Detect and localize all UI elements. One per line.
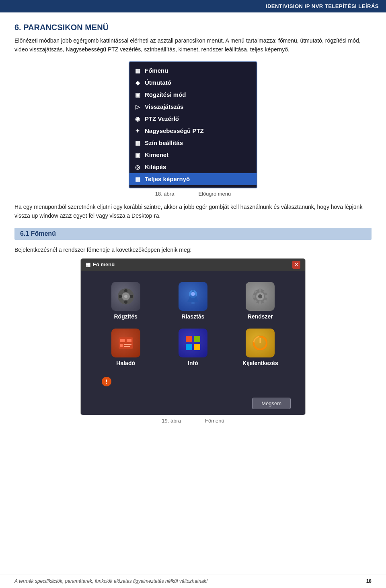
page-header: IDENTIVISION IP NVR TELEPÍTÉSI LEÍRÁS [0, 0, 386, 12]
dialog-body: Rögzítés Riasztás [81, 271, 305, 398]
menu-item-halado[interactable]: Haladó [95, 329, 156, 366]
visszajatszas-icon: ▷ [133, 103, 142, 111]
svg-rect-25 [120, 344, 123, 347]
main-menu-image-area: ▦ Fő menü ✕ [14, 258, 372, 424]
warning-icon-row: ! [95, 374, 291, 391]
context-menu-item-teljes: ▦ Teljes képernyő [129, 173, 257, 185]
nagysebessegu-label: Nagysebességű PTZ [145, 127, 204, 134]
rogzitesi-icon: ▣ [133, 91, 142, 99]
svg-rect-24 [127, 339, 131, 342]
svg-rect-31 [194, 344, 200, 350]
svg-point-6 [124, 295, 127, 298]
dialog-close-button[interactable]: ✕ [292, 261, 300, 269]
svg-rect-17 [265, 295, 268, 298]
kijelentkez-label: Kijelentkezés [242, 360, 278, 366]
rendszer-icon [246, 282, 275, 311]
fomenu-icon: ▦ [133, 67, 142, 75]
rogzites-label: Rögzítés [114, 313, 137, 320]
svg-rect-23 [120, 339, 125, 342]
riasztas-label: Riasztás [182, 313, 205, 320]
menu-item-info[interactable]: Infó [162, 329, 223, 366]
svg-point-5 [130, 295, 133, 298]
warning-icon: ! [102, 377, 111, 386]
cancel-button[interactable]: Mégsem [252, 398, 291, 409]
context-menu-item-kimenet: ▣ Kimenet [129, 149, 257, 161]
svg-point-3 [124, 300, 127, 304]
svg-rect-29 [194, 336, 200, 342]
halado-icon [111, 329, 140, 357]
rogzitesi-label: Rögzítési mód [145, 91, 186, 98]
context-menu-item-rogzitesi: ▣ Rögzítési mód [129, 89, 257, 101]
svg-rect-16 [252, 295, 255, 298]
dialog-titlebar: ▦ Fő menü ✕ [81, 259, 305, 271]
context-menu-item-szin: ▦ Szín beállítás [129, 137, 257, 149]
ptz-label: PTZ Vezérlő [145, 115, 179, 122]
context-menu-screenshot: ▦ Főmenü ◆ Útmutató ▣ Rögzítési mód ▷ Vi… [129, 61, 257, 188]
svg-point-13 [258, 294, 262, 298]
section-6-title: 6. PARANCSIKON MENÜ [14, 23, 372, 32]
kijelentkez-icon [246, 329, 275, 357]
caption-row-18: 18. ábra Előugró menü [155, 191, 231, 197]
teljes-icon: ▦ [133, 175, 142, 183]
dialog-title-left: ▦ Fő menü [86, 261, 115, 267]
caption-row-19: 19. ábra Főmenü [162, 418, 224, 424]
svg-point-2 [124, 289, 127, 292]
section-6-intro: Előnézeti módban jobb egérgomb kattintás… [14, 36, 372, 54]
menu-grid: Rögzítés Riasztás [95, 282, 291, 366]
menu-item-rogzites[interactable]: Rögzítés [95, 282, 156, 320]
rogzites-icon [111, 282, 140, 311]
rendszer-label: Rendszer [248, 313, 273, 320]
szin-label: Szín beállítás [145, 139, 183, 146]
context-menu-image-area: ▦ Főmenü ◆ Útmutató ▣ Rögzítési mód ▷ Vi… [14, 61, 372, 197]
svg-rect-9 [191, 302, 195, 304]
main-content: 6. PARANCSIKON MENÜ Előnézeti módban job… [0, 12, 386, 449]
menu-item-riasztas[interactable]: Riasztás [162, 282, 223, 320]
halado-label: Haladó [116, 360, 135, 366]
svg-rect-26 [124, 344, 131, 345]
section-6-1-title: 6.1 Főmenü [14, 228, 372, 240]
svg-rect-30 [186, 344, 192, 350]
utmutato-label: Útmutató [145, 79, 171, 86]
menu-item-kijelentkez[interactable]: Kijelentkezés [230, 329, 291, 366]
info-icon [179, 329, 207, 357]
caption-18-text: Előugró menü [198, 191, 231, 197]
context-menu-item-nagysebessegu: ✦ Nagysebességű PTZ [129, 125, 257, 137]
riasztas-icon [179, 282, 207, 311]
svg-rect-15 [259, 301, 261, 304]
main-menu-dialog: ▦ Fő menü ✕ [80, 258, 306, 415]
caption-19-number: 19. ábra [162, 418, 181, 424]
caption-19-text: Főmenü [205, 418, 224, 424]
dialog-title-icon: ▦ [86, 261, 90, 267]
context-menu-item-utmutato: ◆ Útmutató [129, 77, 257, 89]
fomenu-label: Főmenü [145, 67, 168, 74]
utmutato-icon: ◆ [133, 79, 142, 87]
svg-point-10 [191, 292, 195, 296]
kimenet-icon: ▣ [133, 151, 142, 159]
header-title: IDENTIVISION IP NVR TELEPÍTÉSI LEÍRÁS [266, 3, 379, 9]
kilepes-label: Kilépés [145, 163, 166, 170]
svg-rect-28 [186, 336, 192, 342]
context-menu-item-kilepes: ◎ Kilépés [129, 161, 257, 173]
footer-disclaimer: A termék specifikációk, paraméterek, fun… [14, 578, 207, 584]
context-menu-item-visszajatszas: ▷ Visszajátszás [129, 101, 257, 113]
context-menu-item-ptz: ◉ PTZ Vezérlő [129, 113, 257, 125]
info-label: Infó [188, 360, 198, 366]
menu-item-rendszer[interactable]: Rendszer [230, 282, 291, 320]
dialog-title-text: Fő menü [93, 261, 115, 267]
visszajatszas-label: Visszajátszás [145, 103, 183, 110]
page-number: 18 [366, 578, 372, 584]
page-footer: A termék specifikációk, paraméterek, fun… [0, 574, 386, 588]
nagysebessegu-icon: ✦ [133, 127, 142, 135]
nav-back-text: Ha egy menüpontból szeretnénk eljutni eg… [14, 202, 372, 220]
section-6-1-intro: Bejelentkezésnél a rendszer főmenüje a k… [14, 245, 372, 254]
szin-icon: ▦ [133, 139, 142, 147]
svg-point-4 [119, 295, 122, 298]
teljes-label: Teljes képernyő [145, 176, 190, 182]
caption-18-number: 18. ábra [155, 191, 175, 197]
ptz-icon: ◉ [133, 115, 142, 123]
kimenet-label: Kimenet [145, 151, 168, 158]
svg-rect-27 [124, 346, 130, 347]
svg-rect-14 [259, 288, 261, 292]
context-menu-item-fomenu: ▦ Főmenü [129, 65, 257, 77]
dialog-footer: Mégsem [81, 398, 305, 415]
